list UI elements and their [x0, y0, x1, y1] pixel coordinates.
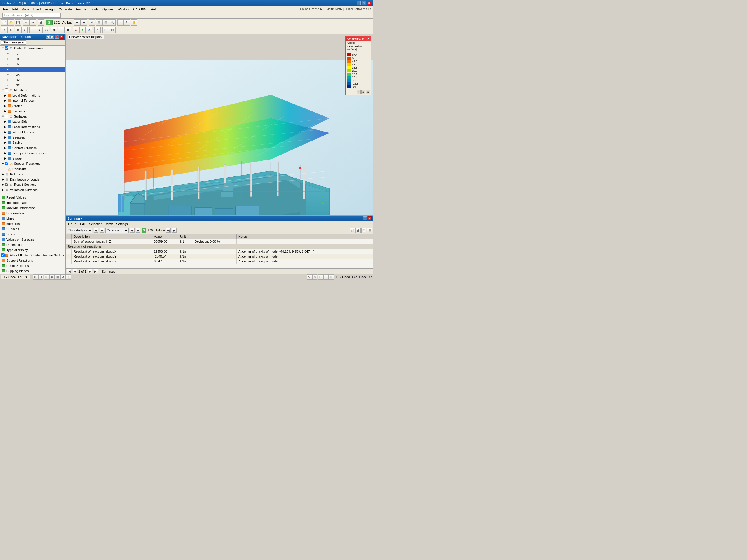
bot-btn-5[interactable]: ◫ — [55, 274, 60, 280]
checkbox-resultsections[interactable] — [5, 183, 8, 186]
summary-prev-btn[interactable]: ◀ — [94, 228, 98, 233]
nav-tab-static[interactable]: Static Analysis — [1, 40, 26, 45]
nav-bottom-lines[interactable]: Lines — [0, 216, 66, 221]
menu-edit[interactable]: Edit — [10, 7, 20, 12]
select-btn[interactable]: ↖ — [117, 19, 124, 26]
summary-settings[interactable]: Settings — [115, 222, 129, 226]
tree-members-strains[interactable]: ▶ Strains — [0, 103, 66, 108]
close-button[interactable]: ✕ — [367, 1, 371, 5]
checkbox-global-deformations[interactable] — [5, 46, 8, 50]
nav-close-btn[interactable]: ✕ — [59, 35, 63, 39]
search-input[interactable] — [2, 13, 61, 18]
summary-view-prev-btn[interactable]: ◀ — [130, 228, 134, 233]
tree-abs-u[interactable]: ○ |u| — [0, 51, 66, 56]
checkbox-surfaces[interactable] — [5, 115, 8, 118]
tree-members[interactable]: ▼ ⊕ Members — [0, 87, 66, 93]
menu-insert[interactable]: Insert — [31, 7, 43, 12]
tree-surf-layerside[interactable]: ▶ Layer Side — [0, 119, 66, 124]
save-btn[interactable]: 💾 — [15, 19, 21, 26]
footer-next-btn[interactable]: ▶ — [88, 269, 93, 274]
undo-btn[interactable]: ↩ — [23, 19, 29, 26]
tool-btn-4[interactable]: ≡ — [21, 27, 28, 33]
redo-btn[interactable]: ↪ — [29, 19, 36, 26]
tree-resultant[interactable]: △ Resultant — [0, 166, 66, 171]
checkbox-members[interactable] — [5, 88, 8, 92]
nav-bottom-surfaces[interactable]: Surfaces — [0, 226, 66, 232]
tree-support-reactions[interactable]: ▼ △ Support Reactions — [0, 161, 66, 166]
tree-surf-strains[interactable]: ▶ Strains — [0, 140, 66, 145]
tree-uy[interactable]: ○ uy — [0, 61, 66, 66]
summary-next-btn[interactable]: ▶ — [100, 228, 104, 233]
bot-btn-2[interactable]: ⊡ — [38, 274, 44, 280]
cp-btn-2[interactable]: ⊞ — [361, 90, 365, 94]
tree-result-sections[interactable]: ▶ ⊞ Result Sections — [0, 182, 66, 187]
summary-selection[interactable]: Selection — [88, 222, 103, 226]
view-btn-1[interactable]: ⊕ — [89, 19, 96, 26]
tool-btn-2[interactable]: ⊕ — [8, 27, 14, 33]
tool-btn-6[interactable]: ◈ — [36, 27, 43, 33]
tree-global-deformations[interactable]: ▼ ⊕ Global Deformations — [0, 46, 66, 51]
nav-bottom-solids[interactable]: Solids — [0, 232, 66, 237]
nav-prev-btn[interactable]: ◀ — [46, 35, 50, 39]
tree-values-surfaces[interactable]: ▶ ⊠ Values on Surfaces — [0, 187, 66, 192]
print-btn[interactable]: 🖨 — [37, 19, 44, 26]
mode-btn-5[interactable]: ⊞ — [329, 274, 334, 280]
summary-close-btn[interactable]: ✕ — [368, 216, 372, 220]
summary-view-next-btn[interactable]: ▶ — [136, 228, 140, 233]
checkbox-ribs[interactable] — [1, 254, 5, 257]
menu-calculate[interactable]: Calculate — [57, 7, 74, 12]
menu-help[interactable]: Help — [149, 7, 159, 12]
menu-tools[interactable]: Tools — [89, 7, 100, 12]
summary-filter-btn[interactable]: ⊞ — [367, 228, 372, 233]
summary-analysis-select[interactable]: Static Analysis — [67, 228, 93, 233]
nav-bottom-clipping[interactable]: Clipping Planes — [0, 268, 66, 273]
tree-surf-intforces[interactable]: ▶ Internal Forces — [0, 130, 66, 135]
footer-first-btn[interactable]: |◀ — [67, 269, 72, 274]
tree-phix[interactable]: ○ φx — [0, 72, 66, 77]
bot-btn-6[interactable]: ⊿ — [60, 274, 66, 280]
tree-ux[interactable]: ○ ux — [0, 56, 66, 61]
menu-assign[interactable]: Assign — [43, 7, 56, 12]
summary-lc-prev-btn[interactable]: ◀ — [166, 228, 171, 233]
zoom-btn[interactable]: 🔍 — [109, 19, 115, 26]
summary-export-btn[interactable]: 📊 — [350, 228, 355, 233]
cp-btn-3[interactable]: ⊠ — [366, 90, 370, 94]
lc-next-btn[interactable]: ▶ — [81, 19, 87, 26]
axis-btn-x[interactable]: X — [73, 27, 79, 33]
view-selector[interactable]: 1 - Global XYZ ▼ — [1, 275, 30, 279]
nav-next-btn[interactable]: ▶ — [50, 35, 54, 39]
view-btn-3[interactable]: ⊡ — [102, 19, 109, 26]
mode-btn-1[interactable]: ↖ — [307, 274, 312, 280]
nav-bottom-valonsurfaces[interactable]: Values on Surfaces — [0, 237, 66, 242]
view-btn-2[interactable]: ⊞ — [96, 19, 102, 26]
summary-view-select[interactable]: Overview — [105, 228, 129, 233]
nav-bottom-ribs[interactable]: Ribs - Effective Contribution on Surface… — [0, 252, 66, 258]
tool-btn-5[interactable]: ⋯ — [29, 27, 36, 33]
tree-surf-stresses[interactable]: ▶ Stresses — [0, 135, 66, 140]
nav-bottom-maxmin[interactable]: Max/Min Information — [0, 205, 66, 211]
tree-distribution-loads[interactable]: ▶ ⊞ Distribution of Loads — [0, 177, 66, 182]
open-btn[interactable]: 📂 — [8, 19, 14, 26]
tree-members-internal-forces[interactable]: ▶ Internal Forces — [0, 98, 66, 103]
tree-surfaces[interactable]: ▼ ⊡ Surfaces — [0, 114, 66, 119]
tree-phiz[interactable]: ○ φz — [0, 82, 66, 87]
tree-surf-localdef[interactable]: ▶ Local Deformations — [0, 124, 66, 130]
tree-members-local-def[interactable]: ▶ Local Deformations — [0, 93, 66, 98]
summary-float-btn[interactable]: ⊡ — [363, 216, 367, 220]
mode-btn-4[interactable]: ⋯ — [323, 274, 329, 280]
menu-options[interactable]: Options — [101, 7, 115, 12]
tree-members-stresses[interactable]: ▶ Stresses — [0, 108, 66, 114]
maximize-button[interactable]: □ — [362, 1, 366, 5]
footer-last-btn[interactable]: ▶| — [94, 269, 98, 274]
summary-view[interactable]: View — [104, 222, 114, 226]
nav-bottom-result-values[interactable]: Result Values — [0, 195, 66, 200]
lc-prev-btn[interactable]: ◀ — [74, 19, 80, 26]
tree-surf-shape[interactable]: ▶ Shape — [0, 156, 66, 161]
render-btn-2[interactable]: ◌ — [58, 27, 64, 33]
menu-window[interactable]: Window — [116, 7, 131, 12]
bot-btn-4[interactable]: ⊠ — [49, 274, 55, 280]
summary-edit[interactable]: Edit — [79, 222, 87, 226]
checkbox-support[interactable] — [5, 162, 8, 165]
tool-misc-2[interactable]: ⊠ — [109, 27, 115, 33]
cp-close-btn[interactable]: ✕ — [367, 37, 369, 40]
